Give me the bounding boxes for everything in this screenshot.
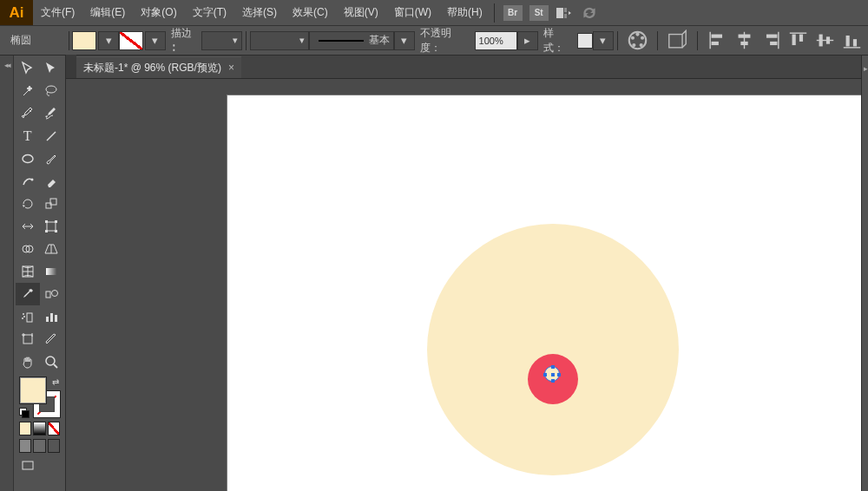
opacity-input[interactable]: 100% — [475, 31, 517, 50]
eraser-tool[interactable] — [40, 170, 64, 193]
eyedropper-tool[interactable] — [16, 283, 40, 305]
slice-tool[interactable] — [40, 328, 64, 350]
pen-tool[interactable] — [16, 102, 40, 125]
artboard-tool[interactable] — [16, 328, 40, 350]
center-point[interactable] — [551, 373, 555, 376]
svg-rect-20 — [792, 35, 796, 46]
svg-rect-23 — [819, 35, 823, 47]
align-vcenter-icon[interactable] — [814, 31, 836, 50]
document-tab[interactable]: 未标题-1* @ 96% (RGB/预览) × — [76, 56, 241, 78]
menu-edit[interactable]: 编辑(E) — [82, 0, 133, 25]
menu-file[interactable]: 文件(F) — [33, 0, 82, 25]
fill-swatch[interactable] — [72, 31, 95, 50]
cream-ellipse-object[interactable] — [427, 224, 679, 475]
close-tab-icon[interactable]: × — [228, 62, 234, 74]
menu-effect[interactable]: 效果(C) — [285, 0, 336, 25]
lasso-tool[interactable] — [40, 80, 64, 102]
align-bottom-icon[interactable] — [841, 31, 863, 50]
graphic-style-swatch[interactable] — [577, 33, 593, 49]
blend-tool[interactable] — [40, 283, 64, 305]
bridge-button[interactable]: Br — [503, 5, 523, 21]
menu-object[interactable]: 对象(O) — [133, 0, 184, 25]
color-mode-gradient[interactable] — [33, 422, 45, 435]
perspective-grid-tool[interactable] — [40, 238, 64, 260]
scale-tool[interactable] — [40, 193, 64, 215]
separator — [246, 31, 247, 50]
opacity-popup[interactable]: ▸ — [517, 31, 538, 50]
fill-stroke-indicator[interactable]: ⇄ — [19, 376, 61, 418]
svg-rect-2 — [564, 14, 567, 18]
svg-rect-1 — [564, 8, 567, 12]
screen-mode-icon[interactable] — [16, 455, 40, 477]
menu-window[interactable]: 窗口(W) — [386, 0, 439, 25]
draw-normal-icon[interactable] — [19, 439, 31, 453]
svg-rect-38 — [45, 230, 48, 232]
magic-wand-tool[interactable] — [16, 80, 40, 102]
anchor-point[interactable] — [551, 379, 555, 383]
selection-tool[interactable] — [16, 57, 40, 80]
stroke-swatch-dropdown[interactable]: ▾ — [145, 31, 166, 50]
stroke-swatch[interactable] — [119, 31, 142, 50]
svg-point-31 — [23, 155, 33, 163]
recolor-artwork-icon[interactable] — [627, 31, 648, 50]
align-right-icon[interactable] — [760, 31, 782, 50]
menu-type[interactable]: 文字(T) — [185, 0, 234, 25]
draw-inside-icon[interactable] — [48, 439, 60, 453]
free-transform-tool[interactable] — [40, 215, 64, 238]
shape-builder-tool[interactable] — [16, 238, 40, 260]
paintbrush-tool[interactable] — [40, 147, 64, 170]
fill-color-chip[interactable] — [19, 376, 47, 404]
default-fill-stroke-icon[interactable] — [19, 408, 30, 418]
menu-help[interactable]: 帮助(H) — [439, 0, 490, 25]
anchor-point[interactable] — [551, 365, 555, 369]
style-label: 样式： — [543, 26, 574, 56]
selected-ellipse-object[interactable] — [544, 366, 560, 382]
artboard[interactable] — [227, 95, 861, 491]
svg-rect-27 — [853, 39, 857, 46]
ellipse-tool[interactable] — [16, 147, 40, 170]
menu-view[interactable]: 视图(V) — [336, 0, 386, 25]
draw-mode-row — [16, 439, 63, 453]
svg-point-49 — [23, 316, 25, 318]
sync-settings-icon[interactable] — [580, 5, 599, 21]
fill-swatch-dropdown[interactable]: ▾ — [98, 31, 119, 50]
brush-definition[interactable]: 基本 — [309, 31, 394, 50]
align-left-icon[interactable] — [707, 31, 728, 50]
variable-width-profile[interactable]: ▾ — [250, 31, 309, 50]
left-panel-gutter[interactable]: ◂◂ — [0, 56, 14, 491]
width-tool[interactable] — [16, 215, 40, 238]
rotate-tool[interactable] — [16, 193, 40, 215]
arrange-documents-icon[interactable] — [556, 5, 573, 21]
color-mode-row — [16, 422, 63, 435]
hand-tool[interactable] — [16, 350, 40, 373]
graphic-style-dropdown[interactable]: ▾ — [593, 31, 614, 50]
svg-rect-37 — [55, 220, 57, 223]
line-segment-tool[interactable] — [40, 125, 64, 147]
curvature-tool[interactable] — [40, 102, 64, 125]
canvas[interactable] — [66, 79, 861, 491]
svg-point-48 — [23, 313, 24, 315]
stroke-weight-input[interactable]: ▾ — [201, 31, 242, 50]
gradient-tool[interactable] — [40, 260, 64, 283]
stock-button[interactable]: St — [529, 5, 549, 21]
symbol-sprayer-tool[interactable] — [16, 305, 40, 328]
brush-name: 基本 — [369, 33, 390, 48]
shaper-tool[interactable] — [16, 170, 40, 193]
draw-behind-icon[interactable] — [33, 439, 45, 453]
direct-selection-tool[interactable] — [40, 57, 64, 80]
swap-fill-stroke-icon[interactable]: ⇄ — [50, 376, 61, 387]
align-hcenter-icon[interactable] — [733, 31, 755, 50]
color-mode-solid[interactable] — [19, 422, 31, 435]
zoom-tool[interactable] — [40, 350, 64, 373]
mesh-tool[interactable] — [16, 260, 40, 283]
column-graph-tool[interactable] — [40, 305, 64, 328]
separator — [494, 3, 495, 23]
right-panel-gutter[interactable]: ▸ — [861, 56, 868, 491]
type-tool[interactable]: T — [16, 125, 40, 147]
align-top-icon[interactable] — [787, 31, 809, 50]
svg-rect-12 — [712, 42, 719, 45]
color-mode-none[interactable] — [48, 422, 60, 435]
isolate-object-icon[interactable] — [667, 31, 688, 50]
brush-dropdown[interactable]: ▾ — [394, 31, 415, 50]
menu-select[interactable]: 选择(S) — [234, 0, 285, 25]
